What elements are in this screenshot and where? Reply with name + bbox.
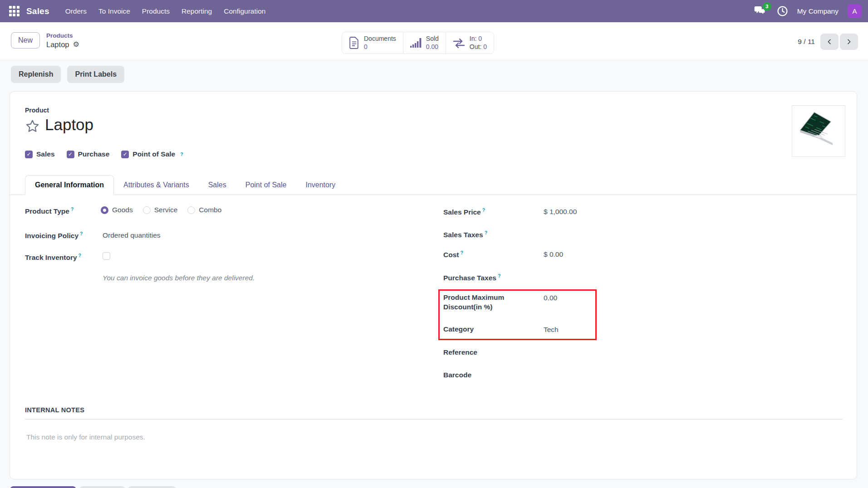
- invoicing-policy-value[interactable]: Ordered quantities: [103, 231, 161, 239]
- purchase-checkbox[interactable]: ✓ Purchase: [67, 150, 110, 158]
- help-question-icon[interactable]: ?: [498, 273, 500, 278]
- messages-button[interactable]: 3: [754, 5, 768, 17]
- bottom-secondary-button-partial[interactable]: [79, 486, 125, 488]
- top-navbar: Sales Orders To Invoice Products Reporti…: [0, 0, 868, 22]
- bottom-tertiary-button-partial[interactable]: [128, 486, 176, 488]
- help-question-icon[interactable]: ?: [80, 231, 83, 236]
- product-name-input[interactable]: Laptop: [45, 116, 93, 134]
- documents-value: 0: [364, 43, 396, 51]
- radio-unselected-icon: [187, 206, 195, 214]
- purchase-taxes-label: Purchase Taxes?: [443, 273, 536, 283]
- tab-inventory[interactable]: Inventory: [296, 176, 345, 195]
- internal-notes-title: INTERNAL NOTES: [25, 406, 84, 414]
- transfer-arrows-icon: [453, 38, 465, 49]
- menu-reporting[interactable]: Reporting: [176, 0, 218, 22]
- help-question-icon[interactable]: ?: [485, 230, 487, 235]
- activities-clock-icon[interactable]: [777, 5, 788, 17]
- bar-chart-icon: [410, 38, 422, 49]
- sold-stat-button[interactable]: Sold 0.00: [403, 32, 446, 54]
- radio-goods[interactable]: Goods: [101, 206, 133, 214]
- help-question-icon[interactable]: ?: [180, 151, 183, 157]
- barcode-label: Barcode: [443, 371, 536, 380]
- track-inventory-checkbox[interactable]: [103, 252, 110, 260]
- internal-notes-placeholder[interactable]: This note is only for internal purposes.: [26, 433, 145, 441]
- documents-stat-button[interactable]: Documents 0: [342, 32, 403, 54]
- breadcrumb-parent[interactable]: Products: [46, 32, 79, 40]
- checkbox-check-icon: ✓: [25, 151, 33, 158]
- checkbox-check-icon: ✓: [67, 151, 74, 158]
- product-form-sheet: Product Laptop ✓ Sales: [10, 91, 857, 479]
- laptop-image: [795, 108, 842, 154]
- checkbox-check-icon: ✓: [121, 151, 129, 158]
- breadcrumb: Products Laptop ⚙: [46, 32, 79, 49]
- document-icon: [349, 37, 359, 49]
- action-button-row: Replenish Print Labels: [11, 66, 124, 83]
- radio-unselected-icon: [143, 206, 151, 214]
- internal-notes-divider: [25, 419, 843, 420]
- menu-products[interactable]: Products: [136, 0, 176, 22]
- product-maximum-discount-value[interactable]: 0.00: [544, 294, 557, 302]
- tab-attributes-variants[interactable]: Attributes & Variants: [114, 176, 199, 195]
- sold-label: Sold: [426, 35, 439, 43]
- track-inventory-label: Track Inventory?: [25, 253, 102, 262]
- menu-configuration[interactable]: Configuration: [218, 0, 271, 22]
- in-label: In:: [470, 35, 477, 42]
- product-image[interactable]: [792, 105, 845, 157]
- pager-next-button[interactable]: [840, 34, 858, 50]
- help-question-icon[interactable]: ?: [482, 207, 485, 213]
- tab-point-of-sale[interactable]: Point of Sale: [236, 176, 296, 195]
- sales-price-value[interactable]: $ 1,000.00: [544, 208, 577, 216]
- pager-previous-button[interactable]: [820, 34, 839, 50]
- new-button[interactable]: New: [11, 32, 40, 49]
- point-of-sale-checkbox[interactable]: ✓ Point of Sale ?: [121, 150, 183, 158]
- category-value[interactable]: Tech: [544, 326, 559, 334]
- cost-value[interactable]: $ 0.00: [544, 250, 563, 259]
- pager: 9 / 11: [798, 34, 858, 50]
- replenish-button[interactable]: Replenish: [11, 66, 61, 83]
- help-question-icon[interactable]: ?: [460, 250, 463, 255]
- tab-general-information[interactable]: General Information: [25, 175, 114, 195]
- odoo-product-form-screen: Sales Orders To Invoice Products Reporti…: [0, 0, 868, 488]
- notebook-tabs: General Information Attributes & Variant…: [10, 173, 857, 195]
- sales-price-label: Sales Price?: [443, 207, 536, 217]
- menu-orders[interactable]: Orders: [59, 0, 93, 22]
- product-type-radio-group: Goods Service Combo: [101, 206, 221, 214]
- company-name[interactable]: My Company: [797, 7, 839, 15]
- bottom-primary-button-partial[interactable]: [10, 486, 76, 488]
- print-labels-button[interactable]: Print Labels: [67, 66, 124, 83]
- product-field-label: Product: [25, 107, 49, 114]
- menu-to-invoice[interactable]: To Invoice: [93, 0, 136, 22]
- radio-combo[interactable]: Combo: [187, 206, 221, 214]
- app-name[interactable]: Sales: [26, 6, 49, 16]
- category-label: Category: [443, 325, 536, 334]
- radio-service[interactable]: Service: [143, 206, 178, 214]
- product-type-label: Product Type?: [25, 206, 102, 215]
- sold-value: 0.00: [426, 43, 439, 51]
- breadcrumb-current: Laptop: [46, 40, 69, 49]
- control-panel: New Products Laptop ⚙ Documents: [0, 22, 868, 60]
- documents-label: Documents: [364, 35, 396, 43]
- cost-label: Cost?: [443, 249, 536, 260]
- invoicing-help-note: You can invoice goods before they are de…: [103, 274, 255, 282]
- user-avatar[interactable]: A: [848, 4, 862, 18]
- out-label: Out:: [470, 43, 481, 50]
- sales-taxes-label: Sales Taxes?: [443, 229, 536, 240]
- favorite-star-icon[interactable]: [25, 119, 40, 134]
- module-checkbox-row: ✓ Sales ✓ Purchase ✓ Point of Sale ?: [25, 150, 183, 158]
- out-value: 0: [483, 43, 487, 50]
- product-maximum-discount-label: Product Maximum Discount(in %): [443, 293, 536, 312]
- gear-icon[interactable]: ⚙: [73, 40, 79, 49]
- stat-button-group: Documents 0 Sold 0.00: [342, 32, 494, 54]
- inout-stat-button[interactable]: In: 0 Out: 0: [446, 32, 494, 54]
- reference-label: Reference: [443, 348, 536, 357]
- help-question-icon[interactable]: ?: [78, 253, 81, 258]
- tab-sales[interactable]: Sales: [199, 176, 236, 195]
- help-question-icon[interactable]: ?: [71, 206, 74, 212]
- messages-count-badge: 3: [763, 2, 771, 11]
- in-value: 0: [478, 35, 482, 42]
- radio-selected-icon: [101, 206, 108, 214]
- apps-grid-icon[interactable]: [6, 4, 22, 19]
- sales-checkbox[interactable]: ✓ Sales: [25, 150, 55, 158]
- pager-count: 9 / 11: [798, 38, 815, 46]
- invoicing-policy-label: Invoicing Policy?: [25, 231, 102, 240]
